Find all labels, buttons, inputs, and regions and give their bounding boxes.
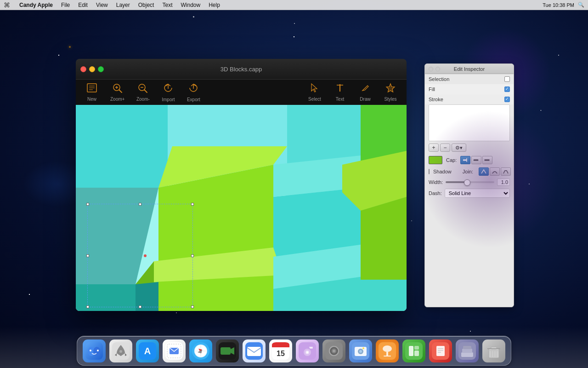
selection-checkbox[interactable]	[504, 76, 510, 82]
toolbar-text-label: Text	[336, 97, 344, 102]
dock-appstore[interactable]: A	[135, 339, 160, 363]
menu-edit[interactable]: Edit	[74, 1, 91, 9]
color-swatch[interactable]	[429, 156, 442, 164]
gear-button[interactable]: ⚙▾	[452, 144, 466, 152]
dock-syspref[interactable]	[322, 339, 346, 363]
svg-rect-59	[272, 345, 289, 347]
toolbar-zoomin-button[interactable]: Zoom+	[106, 81, 129, 104]
menu-layer[interactable]: Layer	[113, 1, 134, 9]
launchpad-icon	[109, 339, 132, 362]
join-label: Join:	[463, 169, 473, 174]
dock-pages[interactable]	[428, 339, 453, 363]
toolbar-styles-button[interactable]: Styles	[379, 81, 402, 104]
dock-trash[interactable]	[481, 339, 506, 363]
menu-help[interactable]: Help	[205, 1, 224, 9]
svg-line-5	[119, 90, 122, 93]
export-icon	[188, 82, 199, 96]
menu-text[interactable]: Text	[158, 1, 176, 9]
add-layer-button[interactable]: +	[429, 144, 439, 152]
dash-select[interactable]: Solid Line Dashed Dotted	[445, 189, 510, 198]
zoomin-icon	[112, 83, 123, 96]
close-button[interactable]	[80, 66, 86, 72]
toolbar-zoomout-button[interactable]: Zoom-	[131, 81, 154, 104]
dock-mail-stamp[interactable]	[162, 339, 187, 363]
minimize-button[interactable]	[89, 66, 95, 72]
toolbar-import-label: Import	[162, 97, 175, 102]
svg-rect-91	[462, 349, 472, 353]
dock-mail[interactable]	[242, 339, 266, 363]
numbers-icon	[402, 339, 425, 362]
fill-label: Fill	[429, 86, 504, 92]
menu-view[interactable]: View	[92, 1, 112, 9]
join-round-button[interactable]	[490, 167, 500, 176]
toolbar-draw-button[interactable]: Draw	[354, 81, 377, 104]
dock-stacks[interactable]	[455, 339, 480, 363]
dock-finder[interactable]	[82, 339, 107, 363]
svg-rect-80	[405, 342, 423, 360]
remove-layer-button[interactable]: −	[440, 144, 450, 152]
inspector-fill-row[interactable]: Fill	[425, 84, 514, 94]
menu-app-name[interactable]: Candy Apple	[16, 1, 57, 9]
apple-logo[interactable]: ⌘	[4, 1, 10, 9]
menubar: ⌘ Candy Apple File Edit View Layer Objec…	[0, 0, 588, 10]
inspector-min-btn[interactable]	[435, 67, 440, 71]
width-value[interactable]: 1.0	[497, 178, 510, 186]
svg-text:15: 15	[277, 350, 285, 357]
color-cap-row: Cap:	[425, 154, 514, 166]
canvas-area[interactable]	[76, 105, 407, 311]
toolbar-select-button[interactable]: Select	[303, 81, 326, 104]
svg-point-42	[119, 350, 122, 353]
color-list-area[interactable]	[429, 104, 510, 141]
toolbar-import-button[interactable]: Import	[157, 80, 180, 104]
dock-keynote[interactable]	[375, 339, 400, 363]
dock-iphoto[interactable]	[348, 339, 373, 363]
dock-itunes[interactable]	[295, 339, 320, 363]
toolbar-select-label: Select	[308, 97, 321, 102]
svg-rect-78	[386, 352, 388, 356]
time-display: Tue 10:38 PM	[543, 2, 574, 8]
stroke-checkbox[interactable]	[504, 97, 510, 102]
new-icon	[86, 83, 97, 96]
toolbar-export-label: Export	[187, 97, 200, 102]
toolbar-text-button[interactable]: Text	[328, 81, 351, 104]
inspector-content: Selection Fill Stroke + − ⚙▾	[425, 74, 514, 199]
selection-label: Selection	[429, 76, 504, 82]
join-bevel-button[interactable]	[501, 167, 511, 176]
inspector-close-btn[interactable]	[429, 67, 433, 71]
width-label: Width:	[429, 179, 443, 185]
width-slider[interactable]	[446, 181, 494, 183]
trash-icon	[482, 339, 505, 362]
dock-calendar[interactable]: 15	[268, 339, 293, 363]
dock-safari[interactable]	[188, 339, 213, 363]
toolbar-export-button[interactable]: Export	[182, 80, 205, 104]
svg-point-70	[333, 350, 335, 352]
toolbar-right: Select Text	[303, 81, 402, 104]
svg-point-77	[383, 345, 392, 352]
cap-butt-button[interactable]	[460, 156, 470, 164]
menu-file[interactable]: File	[57, 1, 74, 9]
dock-launchpad[interactable]	[108, 339, 133, 363]
svg-rect-81	[409, 346, 413, 356]
dock: A	[0, 327, 588, 368]
svg-text:A: A	[144, 346, 151, 356]
cap-round-button[interactable]	[471, 156, 481, 164]
svg-rect-92	[463, 346, 471, 349]
svg-point-74	[359, 350, 362, 353]
toolbar-new-button[interactable]: New	[80, 81, 103, 104]
menu-object[interactable]: Object	[135, 1, 158, 9]
zoomout-icon	[137, 83, 148, 96]
maximize-button[interactable]	[98, 66, 104, 72]
menu-window[interactable]: Window	[177, 1, 204, 9]
inspector-stroke-row[interactable]: Stroke	[425, 94, 514, 104]
facetime-icon	[216, 339, 239, 362]
shadow-checkbox[interactable]	[429, 169, 430, 174]
join-miter-button[interactable]	[479, 167, 489, 176]
fill-checkbox[interactable]	[504, 86, 510, 92]
svg-point-75	[362, 347, 364, 349]
dock-numbers[interactable]	[401, 339, 426, 363]
search-menubar-icon[interactable]: 🔍	[578, 2, 584, 8]
itunes-icon	[296, 339, 319, 362]
cap-square-button[interactable]	[482, 156, 492, 164]
svg-rect-83	[414, 346, 419, 350]
dock-facetime[interactable]	[215, 339, 240, 363]
